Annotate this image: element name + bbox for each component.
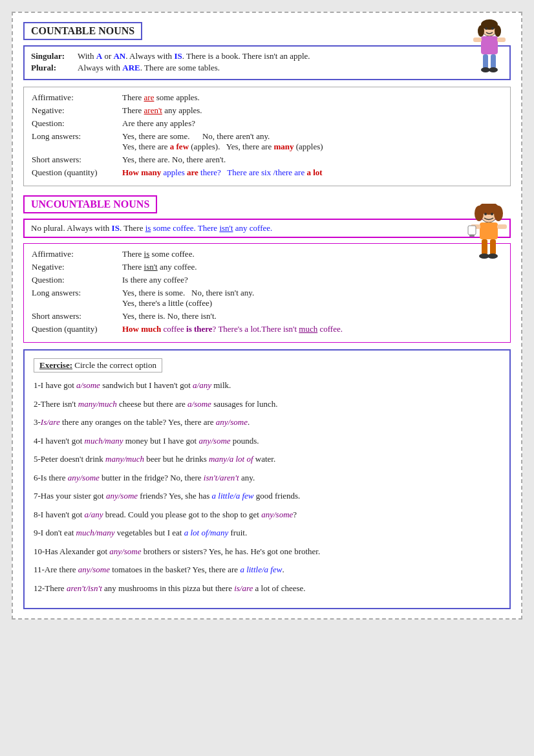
- uncountable-forms-box: Affirmative: There is some coffee. Negat…: [23, 243, 511, 343]
- uncountable-section: UNCOUNTABLE NOUNS No plural. Always with…: [23, 193, 511, 343]
- countable-section: COUNTABLE NOUNS Singular: With A or AN. …: [23, 22, 511, 186]
- isnt-rule: isn't: [219, 223, 233, 233]
- unc-negative-row: Negative: There isn't any coffee.: [32, 262, 502, 272]
- quantity-label: Question (quantity): [32, 167, 122, 178]
- unc-long-answers-content: Yes, there is some. No, there isn't any.…: [122, 288, 502, 308]
- option-5a: many/much: [105, 454, 144, 464]
- page: COUNTABLE NOUNS Singular: With A or AN. …: [12, 12, 522, 620]
- girl-illustration-1: [467, 19, 512, 78]
- svg-point-10: [489, 67, 498, 72]
- no-plural-text: No plural. Always with: [31, 223, 112, 233]
- svg-point-3: [495, 25, 501, 37]
- option-3a: Is/are: [41, 417, 60, 427]
- question-label: Question:: [32, 118, 122, 129]
- unc-long-answers-label: Long answers:: [32, 288, 122, 298]
- plural-label: Plural:: [31, 63, 78, 73]
- option-10a: any/some: [109, 546, 141, 556]
- exercise-item-9: 9-I don't eat much/many vegetables but I…: [34, 526, 500, 539]
- option-2b: a/some: [187, 399, 211, 409]
- long-answers-label: Long answers:: [32, 131, 122, 142]
- unc-question-row: Question: Is there any coffee?: [32, 275, 502, 285]
- svg-point-11: [485, 27, 487, 30]
- affirmative-row: Affirmative: There are some apples.: [32, 92, 502, 103]
- affirmative-label: Affirmative:: [32, 92, 122, 103]
- unc-short-answers-content: Yes, there is. No, there isn't.: [122, 311, 502, 321]
- svg-point-18: [493, 205, 500, 213]
- option-12b: is/are: [234, 583, 253, 593]
- long-answers-content: Yes, there are some. No, there aren't an…: [122, 131, 502, 152]
- negative-content: There aren't any apples.: [122, 105, 502, 116]
- option-1b: a/any: [193, 380, 211, 390]
- svg-rect-4: [481, 36, 498, 54]
- unc-quantity-row: Question (quantity) How much coffee is t…: [32, 324, 502, 334]
- plural-row: Plural: Always with ARE. There are some …: [31, 63, 503, 73]
- exercise-item-7: 7-Has your sister got any/some friends? …: [34, 490, 500, 502]
- short-answers-content: Yes, there are. No, there aren't.: [122, 155, 502, 165]
- svg-rect-23: [469, 235, 475, 237]
- exercise-title: Exercise:: [39, 360, 72, 370]
- option-11b: a little/a few: [240, 565, 282, 574]
- svg-point-12: [491, 27, 494, 30]
- singular-content: With A or AN. Always with IS. There is a…: [78, 51, 310, 61]
- are-text: ARE: [122, 63, 140, 72]
- exercise-item-8: 8-I haven't got a/any bread. Could you p…: [34, 508, 500, 521]
- svg-rect-21: [497, 224, 507, 229]
- negative-label: Negative:: [32, 105, 122, 116]
- singular-label: Singular:: [31, 51, 78, 61]
- unc-short-answers-row: Short answers: Yes, there is. No, there …: [32, 311, 502, 321]
- svg-point-2: [478, 25, 484, 37]
- exercise-subtitle: Circle the correct option: [74, 360, 156, 370]
- exercise-item-2: 2-There isn't many/much cheese but there…: [34, 398, 500, 411]
- plural-content: Always with ARE. There are some tables.: [78, 63, 220, 73]
- svg-point-28: [484, 213, 487, 215]
- svg-rect-5: [473, 38, 482, 42]
- unc-affirmative-content: There is some coffee.: [122, 249, 502, 259]
- uncountable-title: UNCOUNTABLE NOUNS: [23, 195, 157, 213]
- rule-text-2: . There: [120, 223, 145, 233]
- svg-point-17: [478, 205, 484, 213]
- svg-point-9: [481, 67, 490, 72]
- a-text: A: [96, 51, 102, 61]
- exercise-item-12: 12-There aren't/isn't any mushrooms in t…: [34, 582, 500, 595]
- girl-illustration-2: [463, 204, 515, 265]
- option-7a: any/some: [106, 491, 138, 501]
- option-6a: any/some: [68, 473, 100, 482]
- unc-negative-content: There isn't any coffee.: [122, 262, 502, 272]
- option-2a: many/much: [78, 399, 117, 409]
- option-6b: isn't/aren't: [204, 473, 239, 482]
- quantity-content: How many apples are there? There are six…: [122, 167, 502, 178]
- rule-text-4: any coffee.: [233, 223, 273, 233]
- exercise-item-11: 11-Are there any/some tomatoes in the ba…: [34, 563, 500, 576]
- option-11a: any/some: [78, 565, 110, 574]
- option-9b: a lot of/many: [184, 528, 229, 537]
- svg-rect-7: [483, 54, 488, 69]
- exercise-item-10: 10-Has Alexander got any/some brothers o…: [34, 545, 500, 558]
- unc-negative-label: Negative:: [32, 262, 122, 272]
- short-answers-label: Short answers:: [32, 155, 122, 165]
- option-4b: any/some: [198, 436, 230, 446]
- option-8a: a/any: [85, 510, 103, 519]
- short-answers-row: Short answers: Yes, there are. No, there…: [32, 155, 502, 165]
- unc-question-label: Question:: [32, 275, 122, 285]
- singular-row: Singular: With A or AN. Always with IS. …: [31, 51, 503, 61]
- unc-affirmative-label: Affirmative:: [32, 249, 122, 259]
- option-7b: a little/a few: [212, 491, 254, 501]
- option-4a: much/many: [85, 436, 123, 446]
- svg-rect-8: [491, 54, 496, 69]
- is-rule: IS: [112, 223, 120, 233]
- svg-rect-19: [480, 222, 498, 239]
- svg-rect-24: [482, 239, 487, 255]
- exercise-section: Exercise: Circle the correct option 1-I …: [23, 349, 511, 609]
- exercise-item-5: 5-Peter doesn't drink many/much beer but…: [34, 453, 500, 466]
- exercise-item-1: 1-I have got a/some sandwich but I haven…: [34, 379, 500, 392]
- is-text: IS: [174, 51, 182, 61]
- unc-affirmative-row: Affirmative: There is some coffee.: [32, 249, 502, 259]
- unc-long-answers-row: Long answers: Yes, there is some. No, th…: [32, 288, 502, 308]
- question-content: Are there any apples?: [122, 118, 502, 129]
- exercise-title-box: Exercise: Circle the correct option: [34, 358, 162, 373]
- question-row: Question: Are there any apples?: [32, 118, 502, 129]
- exercise-item-3: 3-Is/are there any oranges on the table?…: [34, 416, 500, 429]
- option-5b: many/a lot of: [209, 454, 253, 464]
- svg-point-27: [487, 254, 498, 259]
- an-text: AN: [113, 51, 125, 61]
